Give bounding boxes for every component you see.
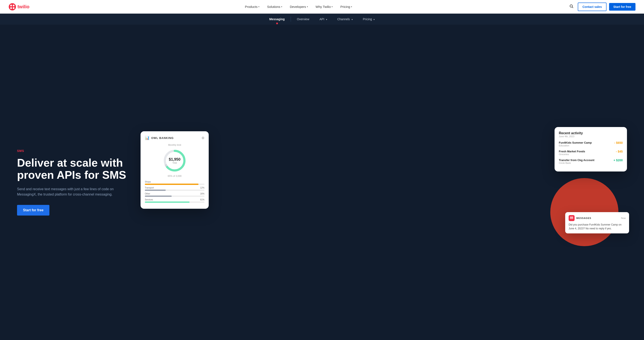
hero-content: SMS Deliver at scale with proven APIs fo… [17, 149, 140, 216]
hero-section: SMS Deliver at scale with proven APIs fo… [0, 25, 644, 340]
logo-text: twilio [18, 4, 30, 9]
top-nav: twilio Products ▾ Solutions ▾ Developers… [0, 0, 644, 14]
gear-icon: ⚙ [202, 136, 204, 140]
activity-item: Transfer from Ckg Account Circle Bank + … [559, 159, 623, 164]
nav-item-pricing[interactable]: Pricing ▾ [337, 3, 355, 10]
sms-card: MESSAGES Now Did you purchase Fun4Kids S… [565, 212, 629, 233]
category-bar [145, 196, 204, 197]
svg-point-4 [13, 7, 14, 9]
chevron-down-icon: ▾ [374, 18, 374, 21]
category-label: Transport [145, 187, 154, 189]
category-pct: 61% [200, 199, 204, 201]
nav-item-solutions[interactable]: Solutions ▾ [264, 3, 285, 10]
bank-name: OWL BANKING [151, 136, 174, 140]
activity-info: Fun4Kids Summer Camp Education [559, 141, 592, 147]
hero-description: Send and receive text messages with just… [17, 186, 119, 197]
category-bar [145, 184, 204, 185]
bank-chart-icon: 📊 [145, 136, 150, 140]
sub-nav-pricing[interactable]: Pricing ▾ [358, 14, 380, 24]
sms-time: Now [621, 217, 626, 219]
activity-date: June 4th, 2023 [559, 135, 623, 138]
svg-point-3 [10, 7, 12, 9]
activity-name: Fun4Kids Summer Camp [559, 141, 592, 144]
sub-nav-channels[interactable]: Channels ▾ [332, 14, 358, 24]
category-bar [145, 202, 204, 203]
category-pct: 12% [200, 187, 204, 189]
activity-item: Fresh Market Foods Groceries - $45 [559, 150, 623, 156]
nav-item-why-twilio[interactable]: Why Twilio ▾ [313, 3, 336, 10]
category-pct: 16% [200, 193, 204, 195]
svg-point-5 [570, 5, 572, 7]
chevron-down-icon: ▾ [307, 5, 308, 8]
start-for-free-button[interactable]: Start for free [609, 3, 636, 11]
activity-item: Fun4Kids Summer Camp Education - $650 [559, 141, 623, 147]
category-label: Shops [145, 181, 151, 183]
sub-nav-overview[interactable]: Overview [292, 14, 314, 24]
activity-items: Fun4Kids Summer Camp Education - $650 Fr… [559, 141, 623, 164]
monthly-limit-label: Monthly limit [145, 144, 204, 146]
activity-name: Transfer from Ckg Account [559, 159, 594, 162]
logo[interactable]: twilio [8, 3, 30, 11]
banking-card: 📊 OWL BANKING ⚙ Monthly limit [140, 131, 209, 209]
chevron-down-icon: ▾ [351, 5, 352, 8]
activity-name: Fresh Market Foods [559, 150, 585, 153]
category-bar-fill [145, 202, 190, 203]
category-row: Services 61% [145, 199, 204, 203]
bank-logo: 📊 OWL BANKING [145, 136, 174, 140]
nav-item-developers[interactable]: Developers ▾ [287, 3, 311, 10]
svg-point-1 [10, 5, 12, 6]
category-bar-fill [145, 184, 198, 185]
hero-cta-button[interactable]: Start for free [17, 205, 50, 216]
category-bars: Shops Transport 12% Other 16% Services 6… [145, 181, 204, 203]
sms-icon [568, 215, 574, 221]
activity-sub: Education [559, 144, 592, 147]
category-bar [145, 190, 204, 191]
svg-point-0 [9, 3, 16, 10]
category-row: Other 16% [145, 193, 204, 197]
sub-nav: Messaging Overview API ▾ Channels ▾ Pric… [0, 14, 644, 25]
category-bar-fill [145, 196, 172, 197]
sms-header: MESSAGES Now [568, 215, 626, 221]
hero-visual: 📊 OWL BANKING ⚙ Monthly limit [140, 127, 627, 238]
search-icon [569, 4, 574, 8]
sub-nav-messaging[interactable]: Messaging [264, 14, 290, 24]
sms-label: MESSAGES [576, 217, 591, 219]
donut-percent: 65% of 3,000 [145, 175, 204, 177]
twilio-logo-icon [8, 3, 16, 11]
chevron-down-icon: ▾ [281, 5, 282, 8]
donut-amount: $1,950 [169, 157, 180, 162]
category-row: Shops [145, 181, 204, 185]
chevron-down-icon: ▾ [332, 5, 333, 8]
activity-amount: + $200 [614, 159, 623, 162]
hero-title: Deliver at scale with proven APIs for SM… [17, 157, 140, 181]
activity-card: Recent activity June 4th, 2023 Fun4Kids … [554, 127, 627, 171]
nav-item-products[interactable]: Products ▾ [242, 3, 262, 10]
category-bar-fill [145, 190, 166, 191]
search-button[interactable] [568, 2, 575, 11]
donut-chart: $1,950 Total [162, 148, 188, 173]
category-label: Services [145, 199, 153, 201]
activity-amount: - $650 [614, 141, 623, 144]
chevron-down-icon: ▾ [326, 18, 327, 21]
donut-center: $1,950 Total [169, 157, 180, 164]
activity-title: Recent activity [559, 131, 623, 135]
activity-sub: Groceries [559, 153, 585, 156]
svg-line-6 [572, 7, 573, 8]
activity-sub: Circle Bank [559, 162, 594, 164]
bank-header: 📊 OWL BANKING ⚙ [145, 136, 204, 140]
chevron-down-icon: ▾ [352, 18, 353, 21]
sub-nav-api[interactable]: API ▾ [314, 14, 332, 24]
sms-logo: MESSAGES [568, 215, 591, 221]
sms-body: Did you purchase Fun4Kids Summer Camp on… [568, 223, 626, 230]
sub-nav-divider [291, 16, 291, 22]
category-label: Other [145, 193, 150, 195]
contact-sales-button[interactable]: Contact sales [578, 2, 606, 11]
activity-info: Fresh Market Foods Groceries [559, 150, 585, 156]
activity-amount: - $45 [616, 150, 623, 153]
category-row: Transport 12% [145, 187, 204, 191]
hero-tag: SMS [17, 149, 140, 153]
svg-point-2 [13, 5, 14, 6]
nav-links: Products ▾ Solutions ▾ Developers ▾ Why … [242, 3, 355, 10]
donut-total-label: Total [169, 162, 180, 164]
donut-section: Monthly limit $1,950 Total 6 [145, 144, 204, 177]
